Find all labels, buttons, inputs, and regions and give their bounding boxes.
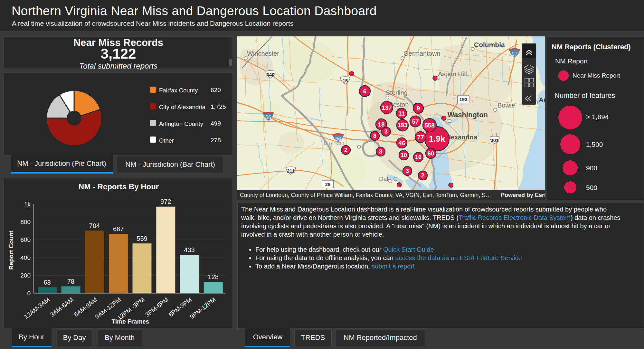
- svg-text:3: 3: [384, 128, 388, 135]
- svg-text:15: 15: [343, 78, 348, 83]
- svg-text:559: 559: [137, 235, 147, 242]
- svg-text:78: 78: [67, 278, 74, 285]
- svg-text:Columbia: Columbia: [474, 41, 505, 48]
- svg-text:3: 3: [379, 148, 382, 155]
- svg-text:558: 558: [424, 122, 435, 129]
- svg-text:10: 10: [401, 152, 407, 158]
- svg-text:3: 3: [406, 168, 409, 174]
- svg-text:193: 193: [398, 122, 407, 128]
- svg-text:Sterling: Sterling: [386, 89, 408, 96]
- svg-text:193: 193: [459, 97, 467, 102]
- svg-text:2: 2: [421, 172, 424, 179]
- svg-text:11: 11: [398, 110, 405, 117]
- svg-text:77: 77: [417, 134, 424, 141]
- svg-text:60: 60: [427, 150, 434, 157]
- svg-text:12AM-3AM: 12AM-3AM: [23, 296, 51, 320]
- svg-text:9: 9: [417, 105, 420, 112]
- svg-text:57: 57: [412, 118, 419, 125]
- svg-text:433: 433: [184, 246, 194, 253]
- svg-text:Aspen Hill: Aspen Hill: [438, 71, 467, 78]
- svg-text:Bull Run: Bull Run: [324, 140, 344, 146]
- svg-text:972: 972: [160, 198, 171, 205]
- svg-text:16: 16: [415, 154, 421, 160]
- svg-text:1.9k: 1.9k: [429, 134, 445, 144]
- svg-text:66: 66: [265, 115, 271, 120]
- svg-text:340: 340: [266, 72, 274, 77]
- svg-text:Ar: Ar: [539, 96, 545, 103]
- svg-text:667: 667: [113, 225, 124, 232]
- svg-text:211: 211: [287, 168, 295, 174]
- svg-text:Powered by Esri: Powered by Esri: [501, 192, 545, 198]
- svg-text:18: 18: [378, 121, 384, 128]
- svg-text:9PM-12PM: 9PM-12PM: [189, 296, 217, 320]
- svg-text:301: 301: [490, 137, 498, 143]
- svg-text:Winchester: Winchester: [247, 50, 279, 57]
- svg-text:128: 128: [208, 273, 219, 280]
- svg-text:County of Loudoun, County of P: County of Loudoun, County of Prince Will…: [240, 192, 491, 198]
- svg-text:200: 200: [20, 272, 31, 279]
- svg-text:Germantown: Germantown: [403, 50, 440, 57]
- svg-text:400: 400: [20, 254, 31, 261]
- svg-text:8: 8: [373, 133, 376, 139]
- svg-text:600: 600: [20, 236, 31, 243]
- svg-text:Report Count: Report Count: [8, 231, 14, 270]
- svg-text:704: 704: [89, 222, 100, 229]
- svg-text:800: 800: [20, 219, 31, 225]
- svg-text:3PM-6PM: 3PM-6PM: [144, 296, 169, 318]
- svg-text:Bowie: Bowie: [497, 102, 515, 109]
- svg-text:46: 46: [398, 140, 405, 146]
- svg-text:68: 68: [43, 279, 51, 286]
- svg-text:2: 2: [344, 147, 347, 153]
- svg-text:137: 137: [382, 104, 392, 111]
- svg-text:3AM-6AM: 3AM-6AM: [49, 296, 74, 318]
- svg-text:Time Frames: Time Frames: [112, 318, 149, 325]
- svg-text:28: 28: [325, 182, 331, 187]
- svg-text:Washington: Washington: [448, 111, 488, 119]
- svg-text:6: 6: [363, 88, 367, 95]
- svg-text:0: 0: [27, 290, 31, 297]
- svg-text:97: 97: [512, 51, 517, 57]
- svg-text:1k: 1k: [24, 201, 31, 208]
